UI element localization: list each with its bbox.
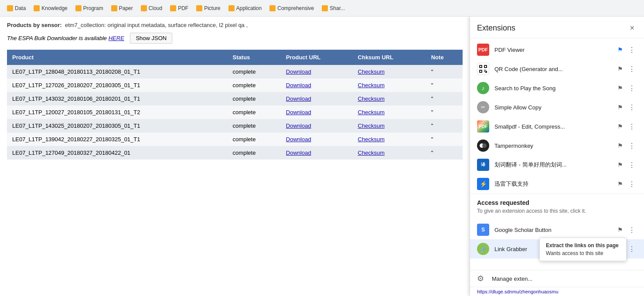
ext-qr-code[interactable]: QR Code (Generator and... ⚑ ⋮: [470, 59, 644, 78]
col-product: Product: [7, 50, 228, 65]
checksum-link[interactable]: Checksum: [358, 68, 385, 75]
ext-search-play-song[interactable]: ♪ Search to Play the Song ⚑ ⋮: [470, 78, 644, 98]
cell-download[interactable]: Download: [281, 133, 353, 146]
ext-xunlei-menu[interactable]: ⋮: [627, 179, 637, 189]
ext-xunlei-pin[interactable]: ⚑: [617, 180, 623, 187]
ext-link-grabber-menu[interactable]: ⋮: [627, 244, 637, 254]
cell-download[interactable]: Download: [281, 105, 353, 119]
ext-xunlei[interactable]: ⚡ 迅雷下载支持 ⚑ ⋮: [470, 174, 644, 194]
here-link[interactable]: HERE: [109, 35, 124, 41]
checksum-link[interactable]: Checksum: [358, 122, 385, 129]
manage-extensions-row[interactable]: ⚙ Manage exten...: [470, 270, 644, 287]
cell-status: complete: [228, 105, 281, 119]
ext-xunlei-name: 迅雷下载支持: [494, 180, 617, 188]
bookmark-data[interactable]: Data: [3, 3, 29, 13]
pdf-viewer-icon: PDF: [477, 44, 489, 56]
checksum-link[interactable]: Checksum: [358, 136, 385, 143]
ext-ciwei-translate-menu[interactable]: ⋮: [627, 160, 637, 170]
close-button[interactable]: ×: [627, 23, 637, 34]
cell-download[interactable]: Download: [281, 146, 353, 160]
svg-rect-6: [484, 70, 485, 71]
ext-smallpdf[interactable]: PDF Smallpdf - Edit, Compress... ⚑ ⋮: [470, 117, 644, 136]
download-link[interactable]: Download: [286, 95, 311, 102]
tampermonkey-icon: [477, 139, 489, 152]
cell-checksum[interactable]: Checksum: [353, 92, 426, 105]
cell-checksum[interactable]: Checksum: [353, 119, 426, 133]
col-chksum-url: Chksum URL: [353, 50, 426, 65]
bookmark-cloud[interactable]: Cloud: [137, 3, 166, 13]
checksum-link[interactable]: Checksum: [358, 150, 385, 156]
bookmark-picture-icon: [196, 5, 202, 11]
download-link[interactable]: Download: [286, 68, 311, 75]
ext-pdf-viewer[interactable]: PDF PDF Viewer ⚑ ⋮: [470, 40, 644, 59]
download-link[interactable]: Download: [286, 122, 311, 129]
extensions-list: PDF PDF Viewer ⚑ ⋮: [470, 38, 644, 270]
ext-simple-allow-copy[interactable]: ✂ Simple Allow Copy ⚑ ⋮: [470, 98, 644, 117]
cell-checksum[interactable]: Checksum: [353, 105, 426, 119]
download-link[interactable]: Download: [286, 109, 311, 116]
bookmark-cloud-icon: [141, 5, 147, 11]
cell-checksum[interactable]: Checksum: [353, 146, 426, 160]
ext-pdf-viewer-pin[interactable]: ⚑: [617, 46, 623, 53]
download-link[interactable]: Download: [286, 136, 311, 143]
ext-google-scholar-pin[interactable]: ⚑: [617, 226, 623, 233]
ext-google-scholar-menu[interactable]: ⋮: [627, 225, 637, 235]
ext-tampermonkey-name: Tampermonkey: [494, 143, 617, 149]
ext-search-play-song-menu[interactable]: ⋮: [627, 83, 637, 93]
cell-status: complete: [228, 146, 281, 160]
download-link[interactable]: Download: [286, 82, 311, 88]
cell-download[interactable]: Download: [281, 92, 353, 105]
ext-ciwei-translate[interactable]: 译 划词翻译 - 简单好用的划词... ⚑ ⋮: [470, 155, 644, 174]
ext-search-play-song-pin[interactable]: ⚑: [617, 85, 623, 92]
ext-pdf-viewer-menu[interactable]: ⋮: [627, 45, 637, 55]
cell-status: complete: [228, 119, 281, 133]
bookmark-comprehensive[interactable]: Comprehensive: [266, 3, 317, 13]
link-grabber-tooltip: Extract the links on this page Wants acc…: [539, 238, 627, 261]
download-link[interactable]: Download: [286, 150, 311, 156]
ext-tampermonkey[interactable]: Tampermonkey ⚑ ⋮: [470, 136, 644, 155]
bookmark-comprehensive-icon: [269, 5, 276, 11]
bookmark-pdf-icon: [170, 5, 176, 11]
ext-simple-allow-copy-menu[interactable]: ⋮: [627, 102, 637, 112]
bookmark-application[interactable]: Application: [225, 3, 266, 13]
cell-checksum[interactable]: Checksum: [353, 65, 426, 78]
svg-rect-8: [484, 71, 485, 72]
bookmark-share[interactable]: Shar...: [318, 3, 348, 13]
cell-product: LE07_L1TP_143025_20180207_20180305_01_T1: [7, 119, 228, 133]
bookmark-pdf[interactable]: PDF: [167, 3, 192, 13]
ext-search-play-song-name: Search to Play the Song: [494, 85, 617, 92]
cell-download[interactable]: Download: [281, 119, 353, 133]
cell-note: ": [426, 65, 463, 78]
bookmark-knowledge[interactable]: Knowledge: [30, 3, 71, 13]
col-status: Status: [228, 50, 281, 65]
ext-qr-code-pin[interactable]: ⚑: [617, 65, 623, 72]
checksum-link[interactable]: Checksum: [358, 82, 385, 88]
ext-ciwei-translate-pin[interactable]: ⚑: [617, 161, 623, 168]
bookmark-program[interactable]: Program: [72, 3, 107, 13]
table-row: LE07_L1TP_139042_20180227_20180325_01_T1…: [7, 133, 463, 146]
bookmark-paper[interactable]: Paper: [108, 3, 136, 13]
show-json-button[interactable]: Show JSON: [130, 33, 172, 44]
cell-checksum[interactable]: Checksum: [353, 78, 426, 92]
svg-rect-7: [485, 70, 486, 71]
ext-smallpdf-pin[interactable]: ⚑: [617, 123, 623, 130]
cell-status: complete: [228, 133, 281, 146]
cell-note: ": [426, 78, 463, 92]
checksum-link[interactable]: Checksum: [358, 109, 385, 116]
bulk-downloader-text: The ESPA Bulk Downloader is available HE…: [7, 33, 463, 44]
cell-download[interactable]: Download: [281, 78, 353, 92]
cell-download[interactable]: Download: [281, 65, 353, 78]
ext-tampermonkey-pin[interactable]: ⚑: [617, 142, 623, 149]
checksum-link[interactable]: Checksum: [358, 95, 385, 102]
ext-simple-allow-copy-name: Simple Allow Copy: [494, 104, 617, 111]
access-requested-title: Access requested: [477, 199, 637, 206]
ext-simple-allow-copy-pin[interactable]: ⚑: [617, 104, 623, 111]
bookmark-picture[interactable]: Picture: [193, 3, 224, 13]
ext-smallpdf-menu[interactable]: ⋮: [627, 122, 637, 132]
ext-google-scholar[interactable]: S Google Scholar Button ⚑ ⋮: [470, 220, 644, 239]
cell-checksum[interactable]: Checksum: [353, 133, 426, 146]
extensions-panel: Extensions × PDF PDF Viewer ⚑ ⋮: [470, 17, 644, 296]
cell-product: LE07_L1TP_139042_20180227_20180325_01_T1: [7, 133, 228, 146]
ext-tampermonkey-menu[interactable]: ⋮: [627, 141, 637, 151]
ext-qr-code-menu[interactable]: ⋮: [627, 64, 637, 74]
